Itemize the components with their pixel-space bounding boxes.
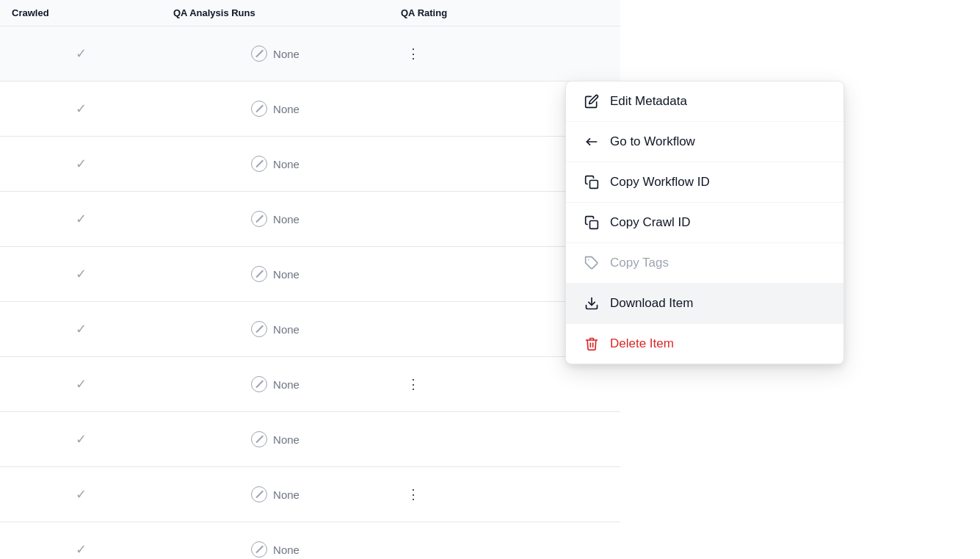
none-badge: None — [251, 541, 300, 558]
table-row: ✓ None — [0, 247, 620, 302]
none-badge: None — [251, 321, 300, 337]
none-badge: None — [251, 266, 300, 282]
none-badge: None — [251, 486, 300, 502]
row-actions-button[interactable]: ⋮ — [401, 375, 427, 394]
cell-qa-runs: None — [161, 541, 389, 558]
cell-qa-runs: None — [161, 321, 389, 337]
none-icon — [251, 486, 267, 502]
menu-item-copy-crawl-id[interactable]: Copy Crawl ID — [566, 203, 843, 243]
table-row: ✓ None — [0, 522, 620, 559]
menu-item-edit-metadata[interactable]: Edit Metadata — [566, 82, 843, 122]
cell-qa-rating: ⋮ — [389, 485, 620, 504]
menu-item-label: Copy Tags — [610, 256, 669, 270]
none-badge: None — [251, 101, 300, 117]
table-row: ✓ None — [0, 82, 620, 137]
none-icon — [251, 376, 267, 392]
cell-qa-runs: None — [161, 101, 389, 117]
pencil-icon — [584, 93, 600, 109]
cell-crawled: ✓ — [0, 431, 161, 447]
none-badge: None — [251, 46, 300, 62]
row-actions-button[interactable]: ⋮ — [401, 485, 427, 504]
trash-icon — [584, 336, 600, 352]
none-icon — [251, 46, 267, 62]
none-badge: None — [251, 211, 300, 227]
cell-qa-runs: None — [161, 156, 389, 172]
none-icon — [251, 101, 267, 117]
cell-qa-runs: None — [161, 376, 389, 392]
crawled-check: ✓ — [76, 211, 87, 227]
menu-item-delete-item[interactable]: Delete Item — [566, 324, 843, 364]
crawled-check: ✓ — [76, 101, 87, 117]
col-header-qa-rating: QA Rating — [389, 7, 620, 18]
crawled-check: ✓ — [76, 431, 87, 447]
col-header-crawled: Crawled — [0, 7, 161, 18]
cell-qa-runs: None — [161, 211, 389, 227]
menu-item-download-item[interactable]: Download Item — [566, 284, 843, 324]
crawled-check: ✓ — [76, 486, 87, 502]
cell-qa-rating: ⋮ — [389, 44, 620, 63]
menu-item-label: Copy Crawl ID — [610, 215, 691, 230]
menu-item-label: Copy Workflow ID — [610, 175, 710, 190]
none-icon — [251, 266, 267, 282]
col-header-qa-runs: QA Analysis Runs — [161, 7, 389, 18]
copy-icon — [584, 174, 600, 190]
crawled-check: ✓ — [76, 541, 87, 558]
none-icon — [251, 431, 267, 447]
cell-crawled: ✓ — [0, 101, 161, 117]
menu-item-label: Edit Metadata — [610, 94, 687, 109]
menu-item-copy-workflow-id[interactable]: Copy Workflow ID — [566, 162, 843, 203]
cell-qa-rating: ⋮ — [389, 375, 620, 394]
menu-item-label: Go to Workflow — [610, 134, 695, 149]
cell-qa-runs: None — [161, 266, 389, 282]
cell-crawled: ✓ — [0, 266, 161, 282]
row-actions-button[interactable]: ⋮ — [401, 44, 427, 63]
table-row: ✓ None — [0, 412, 620, 467]
menu-item-label: Download Item — [610, 296, 693, 311]
cell-qa-runs: None — [161, 431, 389, 447]
table-header: Crawled QA Analysis Runs QA Rating — [0, 0, 620, 26]
none-icon — [251, 321, 267, 337]
cell-crawled: ✓ — [0, 486, 161, 502]
cell-qa-runs: None — [161, 46, 389, 62]
context-menu: Edit Metadata Go to Workflow Copy Workfl… — [565, 81, 844, 364]
svg-rect-1 — [590, 181, 598, 189]
tag-icon — [584, 255, 600, 271]
arrow-right-icon — [584, 134, 600, 150]
menu-item-label: Delete Item — [610, 336, 674, 351]
cell-crawled: ✓ — [0, 156, 161, 172]
crawled-check: ✓ — [76, 376, 87, 392]
cell-crawled: ✓ — [0, 376, 161, 392]
download-icon — [584, 295, 600, 311]
table-container: Crawled QA Analysis Runs QA Rating ✓ Non… — [0, 0, 620, 559]
cell-qa-runs: None — [161, 486, 389, 502]
none-badge: None — [251, 156, 300, 172]
menu-item-go-to-workflow[interactable]: Go to Workflow — [566, 122, 843, 162]
none-badge: None — [251, 376, 300, 392]
table-row: ✓ None — [0, 302, 620, 357]
menu-item-copy-tags[interactable]: Copy Tags — [566, 243, 843, 284]
crawled-check: ✓ — [76, 266, 87, 282]
table-row: ✓ None ⋮ — [0, 357, 620, 412]
table-row: ✓ None — [0, 137, 620, 192]
copy-icon — [584, 214, 600, 231]
cell-crawled: ✓ — [0, 46, 161, 62]
crawled-check: ✓ — [76, 156, 87, 172]
table-row: ✓ None — [0, 192, 620, 247]
table-row: ✓ None ⋮ — [0, 26, 620, 82]
cell-crawled: ✓ — [0, 541, 161, 558]
crawled-check: ✓ — [76, 321, 87, 337]
none-icon — [251, 156, 267, 172]
none-icon — [251, 541, 267, 558]
none-icon — [251, 211, 267, 227]
crawled-check: ✓ — [76, 46, 87, 62]
none-badge: None — [251, 431, 300, 447]
cell-crawled: ✓ — [0, 321, 161, 337]
table-row: ✓ None ⋮ — [0, 467, 620, 522]
cell-crawled: ✓ — [0, 211, 161, 227]
svg-rect-2 — [590, 221, 598, 229]
